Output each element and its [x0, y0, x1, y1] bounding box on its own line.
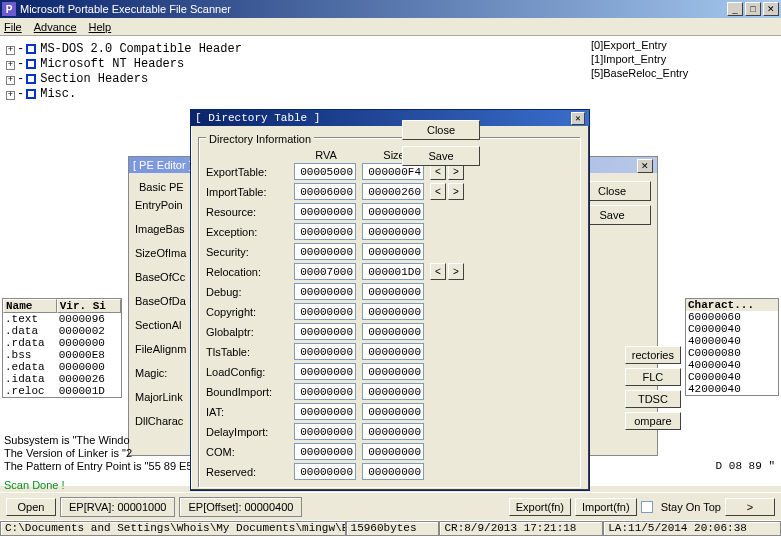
menu-help[interactable]: Help [89, 21, 112, 33]
rva-header: RVA [294, 149, 358, 161]
open-button[interactable]: Open [6, 498, 56, 516]
rva-input[interactable] [294, 343, 356, 360]
dir-row-label: Resource: [206, 203, 290, 221]
rva-input[interactable] [294, 363, 356, 380]
table-row[interactable]: .rdata0000000 [3, 337, 121, 349]
list-item[interactable]: [1]Import_Entry [591, 52, 779, 66]
menu-file[interactable]: File [4, 21, 22, 33]
rva-input[interactable] [294, 163, 356, 180]
dir-save-button[interactable]: Save [402, 146, 480, 166]
rva-input[interactable] [294, 203, 356, 220]
statusbar: C:\Documents and Settings\Whois\My Docum… [0, 520, 781, 536]
dir-row-label: BoundImport: [206, 383, 290, 401]
export-fn-button[interactable]: Export(fn) [509, 498, 571, 516]
status-path: C:\Documents and Settings\Whois\My Docum… [0, 521, 346, 536]
size-input[interactable] [362, 243, 424, 260]
size-input[interactable] [362, 443, 424, 460]
charact-table[interactable]: Charact... 60000060C000004040000040C0000… [685, 298, 779, 396]
stay-on-top-label: Stay On Top [661, 501, 721, 513]
main-area: +-MS-DOS 2.0 Compatible Header +-Microso… [0, 36, 781, 486]
table-row[interactable]: 60000060 [686, 311, 778, 323]
table-row[interactable]: 40000040 [686, 359, 778, 371]
rva-input[interactable] [294, 423, 356, 440]
directory-table-dialog: [ Directory Table ] ✕ Directory Informat… [190, 109, 590, 491]
rva-input[interactable] [294, 383, 356, 400]
import-fn-button[interactable]: Import(fn) [575, 498, 637, 516]
titlebar: P Microsoft Portable Executable File Sca… [0, 0, 781, 18]
table-row[interactable]: C0000080 [686, 347, 778, 359]
size-input[interactable] [362, 463, 424, 480]
dir-row-label: Debug: [206, 283, 290, 301]
rva-input[interactable] [294, 223, 356, 240]
compare-button[interactable]: ompare [625, 412, 681, 430]
size-input[interactable] [362, 383, 424, 400]
list-item[interactable]: [5]BaseReloc_Entry [591, 66, 779, 80]
table-row[interactable]: .data0000002 [3, 325, 121, 337]
size-input[interactable] [362, 343, 424, 360]
dir-row-label: Reserved: [206, 463, 290, 481]
rva-input[interactable] [294, 243, 356, 260]
table-row[interactable]: C0000040 [686, 323, 778, 335]
rva-input[interactable] [294, 323, 356, 340]
rva-input[interactable] [294, 303, 356, 320]
table-row[interactable]: 40000040 [686, 335, 778, 347]
table-row[interactable]: .idata0000026 [3, 373, 121, 385]
size-input[interactable] [362, 223, 424, 240]
dir-row-label: COM: [206, 443, 290, 461]
next-icon[interactable]: > [448, 183, 464, 200]
dialog-close-icon[interactable]: ✕ [571, 112, 585, 125]
size-input[interactable] [362, 403, 424, 420]
size-input[interactable] [362, 323, 424, 340]
table-row[interactable]: .bss00000E8 [3, 349, 121, 361]
export-list[interactable]: [0]Export_Entry [1]Import_Entry [5]BaseR… [591, 38, 779, 80]
rva-input[interactable] [294, 463, 356, 480]
table-row[interactable]: .reloc000001D [3, 385, 121, 397]
table-row[interactable]: 42000040 [686, 383, 778, 395]
close-button[interactable]: ✕ [763, 2, 779, 16]
app-icon: P [2, 2, 16, 16]
dir-row-label: Exception: [206, 223, 290, 241]
section-table[interactable]: NameVir. Si .text0000096.data0000002.rda… [2, 298, 122, 398]
dir-row-label: DelayImport: [206, 423, 290, 441]
dir-row-label: IAT: [206, 403, 290, 421]
size-input[interactable] [362, 283, 424, 300]
dir-row-label: Copyright: [206, 303, 290, 321]
size-input[interactable] [362, 263, 424, 280]
prev-icon[interactable]: < [430, 263, 446, 280]
hex-fragment: D 08 89 " [716, 460, 775, 472]
tdsc-button[interactable]: TDSC [625, 390, 681, 408]
maximize-button[interactable]: □ [745, 2, 761, 16]
size-input[interactable] [362, 363, 424, 380]
rva-input[interactable] [294, 183, 356, 200]
dir-row-label: LoadConfig: [206, 363, 290, 381]
table-row[interactable]: C0000040 [686, 371, 778, 383]
table-row[interactable]: .text0000096 [3, 313, 121, 325]
size-input[interactable] [362, 203, 424, 220]
dir-row-label: TlsTable: [206, 343, 290, 361]
menu-advance[interactable]: Advance [34, 21, 77, 33]
rva-input[interactable] [294, 403, 356, 420]
dir-close-button[interactable]: Close [402, 120, 480, 140]
dir-row-label: Security: [206, 243, 290, 261]
minimize-button[interactable]: _ [727, 2, 743, 16]
size-input[interactable] [362, 303, 424, 320]
stay-on-top-checkbox[interactable] [641, 501, 653, 513]
rva-input[interactable] [294, 283, 356, 300]
next-icon[interactable]: > [448, 263, 464, 280]
pe-close-icon[interactable]: ✕ [637, 159, 653, 173]
prev-icon[interactable]: < [430, 183, 446, 200]
size-input[interactable] [362, 183, 424, 200]
directories-button[interactable]: rectories [625, 346, 681, 364]
dir-row-label: ImportTable: [206, 183, 290, 201]
scroll-right-button[interactable]: > [725, 498, 775, 516]
table-row[interactable]: .edata0000000 [3, 361, 121, 373]
status-size: 15960bytes [346, 521, 440, 536]
rva-input[interactable] [294, 443, 356, 460]
flc-button[interactable]: FLC [625, 368, 681, 386]
list-item[interactable]: [0]Export_Entry [591, 38, 779, 52]
rva-input[interactable] [294, 263, 356, 280]
bottom-toolbar: Open EP[RVA]: 00001000 EP[Offset]: 00000… [0, 492, 781, 520]
status-la: LA:11/5/2014 20:06:38 [603, 521, 781, 536]
menubar: File Advance Help [0, 18, 781, 36]
size-input[interactable] [362, 423, 424, 440]
